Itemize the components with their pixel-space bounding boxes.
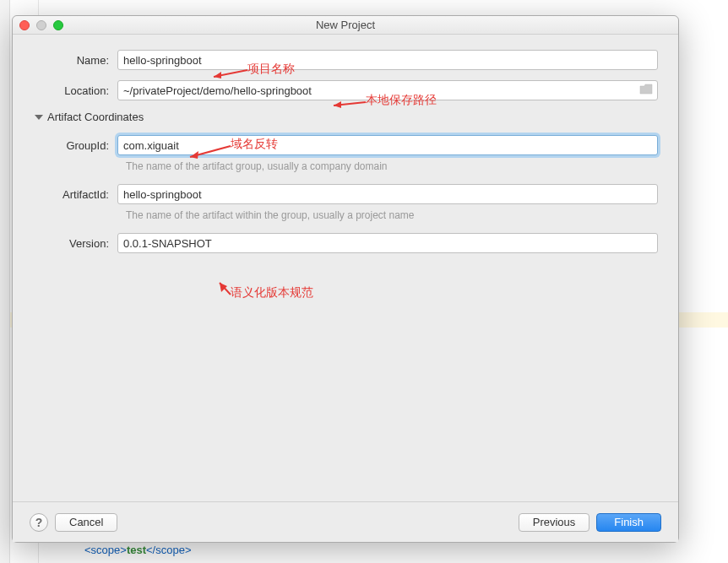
dialog-title: New Project (316, 19, 375, 31)
window-controls (19, 20, 63, 30)
annotation-arrows (13, 35, 678, 501)
version-label: Version: (33, 237, 117, 250)
svg-line-6 (220, 283, 231, 295)
folder-icon[interactable] (639, 84, 653, 95)
location-row: Location: (33, 80, 658, 100)
svg-line-0 (214, 70, 247, 77)
help-button[interactable]: ? (30, 513, 48, 532)
svg-marker-7 (220, 283, 227, 292)
location-input[interactable] (117, 80, 658, 100)
new-project-dialog: New Project Name: Location: Artifact Coo… (12, 15, 679, 543)
version-row: Version: (33, 233, 658, 253)
version-input[interactable] (117, 233, 658, 253)
groupid-label: GroupId: (33, 139, 117, 152)
dialog-titlebar: New Project (13, 16, 678, 35)
editor-gutter (0, 0, 10, 563)
annotation-version: 语义化版本规范 (231, 285, 313, 300)
previous-button[interactable]: Previous (519, 513, 590, 532)
minimize-icon (36, 20, 46, 30)
artifactid-input[interactable] (117, 184, 658, 204)
artifact-coordinates-section[interactable]: Artifact Coordinates (35, 111, 658, 123)
maximize-icon[interactable] (53, 20, 63, 30)
section-title: Artifact Coordinates (47, 111, 144, 123)
groupid-row: GroupId: (33, 135, 658, 155)
close-icon[interactable] (19, 20, 30, 30)
groupid-hint: The name of the artifact group, usually … (126, 160, 658, 172)
finish-button[interactable]: Finish (596, 513, 661, 532)
svg-marker-3 (334, 101, 341, 108)
dialog-content: Name: Location: Artifact Coordinates Gro… (13, 35, 678, 501)
artifactid-label: ArtifactId: (33, 188, 117, 201)
cancel-button[interactable]: Cancel (55, 513, 117, 532)
svg-marker-1 (214, 72, 221, 78)
dialog-button-bar: ? Cancel Previous Finish (13, 501, 678, 542)
artifactid-row: ArtifactId: (33, 184, 658, 204)
chevron-down-icon (35, 115, 43, 120)
background-code-line: <scope>test</scope> (84, 544, 192, 556)
svg-line-2 (334, 102, 366, 106)
name-row: Name: (33, 50, 658, 70)
artifactid-hint: The name of the artifact within the grou… (126, 209, 658, 221)
name-input[interactable] (117, 50, 658, 70)
groupid-input[interactable] (117, 135, 658, 155)
location-label: Location: (33, 84, 117, 97)
name-label: Name: (33, 54, 117, 67)
